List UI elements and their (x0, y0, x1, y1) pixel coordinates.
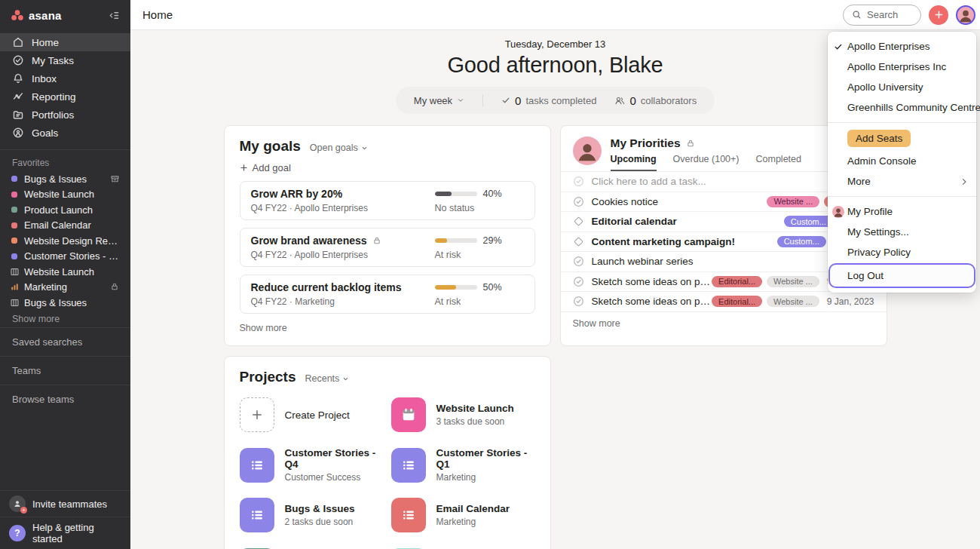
sidebar-item-teams[interactable]: Teams (0, 356, 130, 385)
profile-avatar[interactable] (956, 5, 975, 25)
menu-divider (828, 122, 976, 123)
menu-item-admin-console[interactable]: Admin Console (828, 151, 976, 171)
nav-label: Portfolios (32, 109, 74, 121)
sidebar-item-reporting[interactable]: Reporting (0, 87, 130, 106)
nav-label: Inbox (32, 73, 57, 84)
sidebar-item-inbox[interactable]: Inbox (0, 69, 130, 87)
project-dot (11, 238, 17, 244)
sidebar-item-goals[interactable]: Goals (0, 124, 130, 142)
check-circle-icon[interactable] (573, 296, 584, 307)
invite-teammates-button[interactable]: + Invite teammates (0, 490, 130, 517)
project-tag[interactable]: Website ... (767, 276, 819, 287)
page-title: Home (142, 8, 173, 21)
board-icon (10, 267, 20, 277)
sidebar-item-bugs-issues-board[interactable]: Bugs & Issues (0, 295, 130, 311)
project-tag[interactable]: Website ... (767, 196, 819, 207)
quick-add-button[interactable] (929, 5, 948, 25)
check-circle-icon[interactable] (573, 196, 584, 207)
greeting: Tuesday, December 13 Good afternoon, Bla… (224, 30, 887, 114)
tab-completed[interactable]: Completed (756, 154, 801, 171)
project-dot (11, 222, 17, 228)
sidebar-item-email-calendar[interactable]: Email Calendar (0, 218, 130, 234)
recents-dropdown[interactable]: Recents (305, 373, 349, 384)
open-goals-dropdown[interactable]: Open goals (310, 143, 368, 153)
pill-divider (482, 94, 483, 106)
chevron-down-icon (342, 376, 349, 382)
sidebar-item-saved-searches[interactable]: Saved searches (0, 327, 130, 356)
menu-item-apollo-university[interactable]: Apollo University (828, 77, 976, 97)
menu-item-add-seats[interactable]: Add Seats (828, 127, 976, 151)
menu-item-greenhills-community-centre[interactable]: Greenhills Community Centre (828, 97, 976, 118)
menu-item-more[interactable]: More (828, 171, 976, 192)
collaborators-icon (614, 96, 625, 106)
plus-icon (240, 397, 274, 432)
stats-pill: My week 0 tasks completed 0 collaborator… (396, 87, 715, 114)
add-goal-button[interactable]: Add goal (240, 162, 535, 173)
collapse-sidebar-icon[interactable] (109, 10, 120, 21)
nav-label: Reporting (32, 91, 76, 103)
sidebar-item-website-launch[interactable]: Website Launch (0, 187, 130, 203)
menu-item-log-out[interactable]: Log Out (830, 265, 974, 287)
check-icon (834, 42, 843, 51)
milestone-icon[interactable] (574, 237, 583, 247)
calendar-icon (391, 397, 426, 432)
tab-overdue[interactable]: Overdue (100+) (673, 154, 740, 171)
project-dot (11, 207, 17, 213)
milestone-icon[interactable] (574, 216, 583, 226)
sidebar-item-website-launch-board[interactable]: Website Launch (0, 264, 130, 280)
greeting-title: Good afternoon, Blake (224, 53, 887, 78)
reporting-icon (12, 90, 24, 103)
tab-upcoming[interactable]: Upcoming (611, 154, 657, 171)
project-customer-stories-q4[interactable]: Customer Stories - Q4 Customer Success (240, 447, 384, 483)
project-bugs-issues[interactable]: Bugs & Issues 2 tasks due soon (240, 498, 384, 532)
goals-show-more[interactable]: Show more (240, 323, 535, 333)
menu-item-apollo-enterprises[interactable]: Apollo Enterprises (828, 36, 976, 57)
project-tag[interactable]: Custom... (777, 236, 826, 247)
list-icon (391, 448, 426, 483)
sidebar-item-bugs-issues[interactable]: Bugs & Issues (0, 171, 130, 187)
sidebar-item-my-tasks[interactable]: My Tasks (0, 51, 130, 69)
sidebar-item-customer-stories-q4[interactable]: Customer Stories - Q4 (0, 249, 130, 265)
task-row-sketch-ideas-2[interactable]: Sketch some ideas on paper Editorial... … (561, 292, 887, 312)
check-circle-icon[interactable] (573, 276, 584, 287)
sidebar-item-home[interactable]: Home (0, 33, 130, 51)
goal-grow-arr[interactable]: Grow ARR by 20% Q4 FY22 · Apollo Enterpr… (240, 181, 535, 220)
lock-icon (686, 139, 695, 148)
menu-item-apollo-enterprises-inc[interactable]: Apollo Enterprises Inc (828, 57, 976, 77)
sidebar-item-browse-teams[interactable]: Browse teams (0, 385, 130, 413)
project-website-launch[interactable]: Website Launch 3 tasks due soon (391, 397, 535, 432)
folder-icon (12, 109, 24, 121)
help-getting-started-button[interactable]: ? Help & getting started (0, 517, 130, 549)
project-tag[interactable]: Custom... (784, 216, 833, 227)
sidebar-item-product-launch[interactable]: Product Launch (0, 202, 130, 218)
goal-grow-brand-awareness[interactable]: Grow brand awareness Q4 FY22 · Apollo En… (240, 228, 535, 267)
check-circle-icon[interactable] (573, 256, 584, 267)
goals-icon (12, 127, 24, 139)
sidebar-item-portfolios[interactable]: Portfolios (0, 106, 130, 124)
goal-reduce-backlog[interactable]: Reduce current backlog items Q4 FY22 · M… (240, 274, 535, 314)
search-input[interactable]: Search (843, 5, 921, 26)
sidebar-item-marketing[interactable]: Marketing (0, 280, 130, 296)
project-tag[interactable]: Editorial... (712, 276, 762, 287)
check-circle-icon (573, 176, 584, 187)
menu-item-my-settings[interactable]: My Settings... (828, 222, 976, 242)
project-customer-stories-q1[interactable]: Customer Stories - Q1 Marketing (391, 447, 535, 483)
sidebar-show-more[interactable]: Show more (0, 311, 130, 327)
favorites-list: Bugs & Issues Website Launch Product Lau… (0, 171, 130, 311)
project-tag[interactable]: Website ... (767, 296, 819, 307)
my-priorities-title: My Priorities (611, 136, 681, 150)
create-project-button[interactable]: Create Project (240, 397, 384, 432)
favorites-heading: Favorites (0, 156, 130, 171)
menu-item-my-profile[interactable]: My Profile (828, 201, 976, 222)
home-icon (12, 36, 24, 48)
my-week-dropdown[interactable]: My week (414, 95, 464, 106)
sidebar-item-website-design-requests[interactable]: Website Design Requ... (0, 233, 130, 249)
asana-wordmark: asana (29, 9, 62, 22)
project-dot (11, 253, 17, 259)
project-tag[interactable]: Editorial... (712, 296, 762, 307)
project-email-calendar[interactable]: Email Calendar Marketing (391, 498, 535, 532)
priorities-show-more[interactable]: Show more (561, 312, 887, 335)
menu-item-privacy-policy[interactable]: Privacy Policy (828, 242, 976, 262)
projects-card: Projects Recents Create Project (224, 356, 551, 549)
sidebar-nav: Home My Tasks Inbox Reporting Portfolios… (0, 30, 130, 143)
